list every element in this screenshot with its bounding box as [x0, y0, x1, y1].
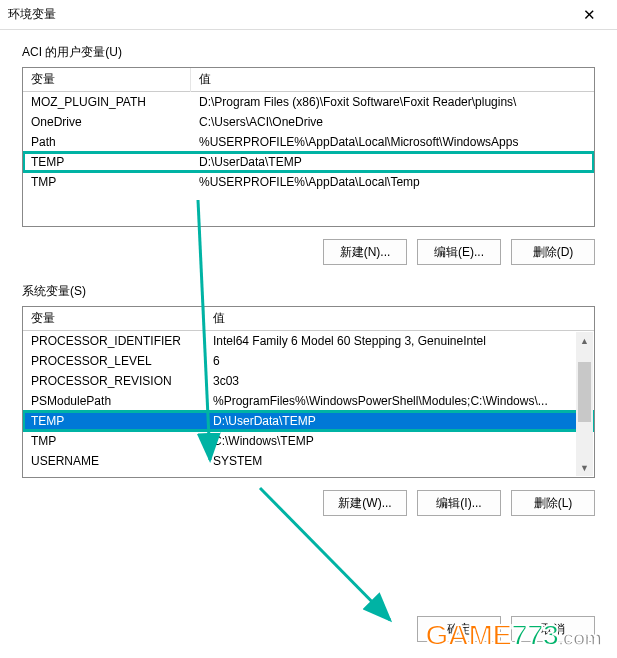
system-new-button[interactable]: 新建(W)... — [323, 490, 407, 516]
var-value-cell: %ProgramFiles%\WindowsPowerShell\Modules… — [205, 392, 594, 410]
titlebar: 环境变量 ✕ — [0, 0, 617, 30]
table-row[interactable]: MOZ_PLUGIN_PATHD:\Program Files (x86)\Fo… — [23, 92, 594, 112]
dialog-content: ACI 的用户变量(U) 变量 值 MOZ_PLUGIN_PATHD:\Prog… — [0, 30, 617, 548]
table-row[interactable]: PROCESSOR_LEVEL6 — [23, 351, 594, 371]
user-col-value[interactable]: 值 — [191, 67, 594, 92]
window-title: 环境变量 — [8, 6, 569, 23]
var-value-cell: 3c03 — [205, 372, 594, 390]
var-name-cell: TMP — [23, 173, 191, 191]
scroll-thumb[interactable] — [578, 362, 591, 422]
table-row[interactable]: TEMPD:\UserData\TEMP — [23, 411, 594, 431]
table-row[interactable]: USERNAMESYSTEM — [23, 451, 594, 471]
var-value-cell: C:\Users\ACI\OneDrive — [191, 113, 594, 131]
var-value-cell: %USERPROFILE%\AppData\Local\Temp — [191, 173, 594, 191]
user-edit-button[interactable]: 编辑(E)... — [417, 239, 501, 265]
ok-button[interactable]: 确定 — [417, 616, 501, 642]
var-value-cell: %USERPROFILE%\AppData\Local\Microsoft\Wi… — [191, 133, 594, 151]
var-value-cell: D:\UserData\TEMP — [191, 153, 594, 171]
system-variables-list[interactable]: 变量 值 PROCESSOR_IDENTIFIERIntel64 Family … — [22, 306, 595, 478]
scroll-down-icon[interactable]: ▼ — [576, 459, 593, 476]
user-col-name[interactable]: 变量 — [23, 67, 191, 92]
table-row[interactable]: Path%USERPROFILE%\AppData\Local\Microsof… — [23, 132, 594, 152]
user-variables-group: ACI 的用户变量(U) 变量 值 MOZ_PLUGIN_PATHD:\Prog… — [22, 44, 595, 265]
var-name-cell: PROCESSOR_REVISION — [23, 372, 205, 390]
system-delete-button[interactable]: 删除(L) — [511, 490, 595, 516]
var-value-cell: D:\UserData\TEMP — [205, 412, 594, 430]
table-row[interactable]: PROCESSOR_IDENTIFIERIntel64 Family 6 Mod… — [23, 331, 594, 351]
table-row[interactable]: OneDriveC:\Users\ACI\OneDrive — [23, 112, 594, 132]
user-buttons-row: 新建(N)... 编辑(E)... 删除(D) — [22, 239, 595, 265]
system-variables-group: 系统变量(S) 变量 值 PROCESSOR_IDENTIFIERIntel64… — [22, 283, 595, 516]
table-row[interactable]: TMP%USERPROFILE%\AppData\Local\Temp — [23, 172, 594, 192]
system-buttons-row: 新建(W)... 编辑(I)... 删除(L) — [22, 490, 595, 516]
user-list-header: 变量 值 — [23, 68, 594, 92]
user-variables-list[interactable]: 变量 值 MOZ_PLUGIN_PATHD:\Program Files (x8… — [22, 67, 595, 227]
user-new-button[interactable]: 新建(N)... — [323, 239, 407, 265]
system-group-label: 系统变量(S) — [22, 283, 595, 300]
var-value-cell: Intel64 Family 6 Model 60 Stepping 3, Ge… — [205, 332, 594, 350]
var-name-cell: TMP — [23, 432, 205, 450]
system-col-value[interactable]: 值 — [205, 306, 594, 331]
var-value-cell: D:\Program Files (x86)\Foxit Software\Fo… — [191, 93, 594, 111]
var-value-cell: SYSTEM — [205, 452, 594, 470]
var-name-cell: TEMP — [23, 153, 191, 171]
var-name-cell: PROCESSOR_LEVEL — [23, 352, 205, 370]
table-row[interactable]: TMPC:\Windows\TEMP — [23, 431, 594, 451]
cancel-button[interactable]: 取消 — [511, 616, 595, 642]
user-delete-button[interactable]: 删除(D) — [511, 239, 595, 265]
system-list-header: 变量 值 — [23, 307, 594, 331]
close-button[interactable]: ✕ — [569, 0, 609, 30]
var-name-cell: TEMP — [23, 412, 205, 430]
var-name-cell: MOZ_PLUGIN_PATH — [23, 93, 191, 111]
var-value-cell: C:\Windows\TEMP — [205, 432, 594, 450]
system-edit-button[interactable]: 编辑(I)... — [417, 490, 501, 516]
var-name-cell: USERNAME — [23, 452, 205, 470]
var-name-cell: PROCESSOR_IDENTIFIER — [23, 332, 205, 350]
table-row[interactable]: TEMPD:\UserData\TEMP — [23, 152, 594, 172]
system-list-scrollbar[interactable]: ▲ ▼ — [576, 332, 593, 476]
var-name-cell: OneDrive — [23, 113, 191, 131]
table-row[interactable]: PSModulePath%ProgramFiles%\WindowsPowerS… — [23, 391, 594, 411]
user-group-label: ACI 的用户变量(U) — [22, 44, 595, 61]
var-name-cell: Path — [23, 133, 191, 151]
dialog-buttons: 确定 取消 — [417, 616, 595, 642]
var-value-cell: 6 — [205, 352, 594, 370]
system-col-name[interactable]: 变量 — [23, 306, 205, 331]
scroll-up-icon[interactable]: ▲ — [576, 332, 593, 349]
var-name-cell: PSModulePath — [23, 392, 205, 410]
table-row[interactable]: PROCESSOR_REVISION3c03 — [23, 371, 594, 391]
